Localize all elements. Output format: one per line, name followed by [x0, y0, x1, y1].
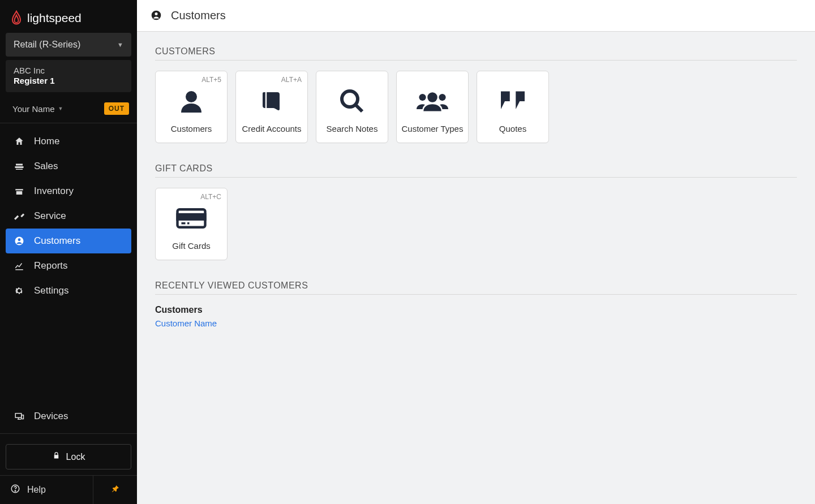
nav-item-reports[interactable]: Reports	[6, 253, 131, 278]
search-icon	[338, 78, 366, 124]
svg-point-5	[15, 490, 16, 492]
main-content: Customers CUSTOMERS ALT+5 Customers ALT+…	[137, 0, 815, 504]
tile-label: Customer Types	[402, 124, 464, 133]
devices-icon	[14, 411, 25, 422]
nav-item-home[interactable]: Home	[6, 129, 131, 154]
brand-name: lightspeed	[27, 11, 82, 25]
caret-down-icon: ▼	[58, 106, 63, 111]
tile-label: Quotes	[499, 124, 526, 133]
lock-button[interactable]: Lock	[6, 444, 131, 469]
lock-label: Lock	[66, 452, 85, 462]
tile-label: Gift Cards	[172, 241, 211, 251]
user-row[interactable]: Your Name ▼ OUT	[0, 96, 137, 123]
svg-rect-3	[22, 415, 24, 419]
svg-point-12	[439, 93, 445, 100]
nav-label: Inventory	[34, 186, 74, 197]
pin-icon	[111, 484, 120, 496]
register-name: Register 1	[14, 76, 123, 85]
topbar: Customers	[137, 0, 815, 32]
gear-icon	[14, 285, 25, 296]
svg-point-10	[427, 92, 437, 102]
svg-point-7	[155, 12, 158, 15]
tile-customer-types[interactable]: Customer Types	[396, 71, 469, 143]
nav-item-inventory[interactable]: Inventory	[6, 179, 131, 204]
tile-quotes[interactable]: Quotes	[477, 71, 549, 143]
users-icon	[417, 78, 448, 124]
nav-item-customers[interactable]: Customers	[6, 229, 131, 253]
primary-nav: Home Sales Inventory Service	[0, 123, 137, 438]
nav-label: Service	[34, 210, 66, 222]
nav-label: Customers	[34, 235, 80, 247]
tile-credit-accounts[interactable]: ALT+A Credit Accounts	[235, 71, 308, 143]
divider	[155, 177, 797, 178]
user-icon	[178, 78, 205, 124]
recent-group-label: Customers	[155, 305, 797, 315]
user-name: Your Name	[12, 104, 55, 114]
divider	[155, 294, 797, 295]
sidebar-footer: Help	[0, 475, 137, 504]
nav-item-sales[interactable]: Sales	[6, 154, 131, 179]
help-label: Help	[27, 485, 46, 495]
brand-logo: lightspeed	[0, 0, 137, 33]
nav-label: Reports	[34, 260, 68, 272]
nav-item-settings[interactable]: Settings	[6, 278, 131, 303]
wrench-icon	[14, 210, 25, 222]
sidebar: lightspeed Retail (R-Series) ▼ ABC Inc R…	[0, 0, 137, 504]
user-circle-icon	[151, 10, 163, 22]
home-icon	[14, 136, 25, 147]
chart-icon	[14, 260, 25, 272]
tiles-giftcards: ALT+C Gift Cards	[155, 188, 797, 260]
book-icon	[258, 78, 285, 124]
section-heading-recent: RECENTLY VIEWED CUSTOMERS	[155, 281, 797, 291]
box-icon	[14, 186, 25, 197]
nav-item-service[interactable]: Service	[6, 204, 131, 229]
card-icon	[175, 195, 207, 241]
tile-label: Credit Accounts	[242, 124, 301, 133]
svg-rect-2	[15, 413, 22, 418]
tiles-customers: ALT+5 Customers ALT+A Credit Accounts	[155, 71, 797, 143]
register-icon	[14, 161, 25, 172]
clock-out-badge[interactable]: OUT	[104, 102, 129, 115]
product-name: Retail (R-Series)	[14, 40, 80, 50]
recent-customer-link[interactable]: Customer Name	[155, 318, 797, 328]
svg-point-11	[419, 93, 426, 100]
svg-point-1	[18, 238, 21, 241]
nav-item-devices[interactable]: Devices	[6, 404, 131, 429]
lock-icon	[52, 451, 61, 462]
pin-button[interactable]	[93, 476, 137, 504]
tile-label: Customers	[171, 124, 212, 133]
tile-label: Search Notes	[327, 124, 378, 133]
shortcut-label: ALT+5	[201, 76, 221, 84]
user-circle-icon	[14, 235, 25, 247]
svg-point-9	[342, 91, 358, 107]
divider	[0, 433, 137, 434]
product-selector[interactable]: Retail (R-Series) ▼	[6, 33, 131, 57]
nav-label: Sales	[34, 161, 58, 172]
flame-icon	[10, 10, 23, 26]
help-icon	[10, 484, 20, 496]
svg-rect-14	[178, 214, 205, 219]
quote-icon	[497, 78, 529, 124]
help-button[interactable]: Help	[0, 476, 93, 504]
shortcut-label: ALT+A	[281, 76, 302, 84]
chevron-down-icon: ▼	[117, 41, 123, 48]
nav-label: Home	[34, 136, 59, 147]
company-register-box[interactable]: ABC Inc Register 1	[6, 60, 131, 92]
section-heading-customers: CUSTOMERS	[155, 46, 797, 57]
shortcut-label: ALT+C	[200, 193, 221, 201]
nav-label: Settings	[34, 285, 68, 296]
page-title: Customers	[171, 9, 226, 22]
company-name: ABC Inc	[14, 66, 123, 75]
nav-label: Devices	[34, 411, 68, 422]
section-heading-giftcards: GIFT CARDS	[155, 163, 797, 174]
divider	[155, 60, 797, 61]
svg-point-8	[186, 91, 197, 102]
tile-gift-cards[interactable]: ALT+C Gift Cards	[155, 188, 228, 260]
tile-search-notes[interactable]: Search Notes	[316, 71, 388, 143]
tile-customers[interactable]: ALT+5 Customers	[155, 71, 228, 143]
